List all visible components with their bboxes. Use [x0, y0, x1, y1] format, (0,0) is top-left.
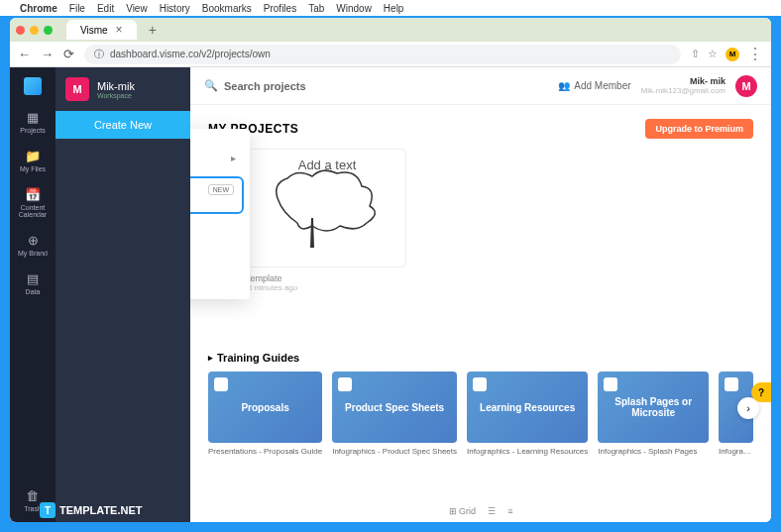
compact-view-button[interactable]: ≡ [507, 506, 512, 516]
user-display-name: Mik- mik [641, 76, 725, 86]
chevron-right-icon: › [746, 402, 750, 414]
minimize-window-icon[interactable] [30, 26, 39, 35]
browser-tabbar: Visme × + [10, 18, 771, 42]
rail-data[interactable]: ▤ Data [25, 270, 41, 295]
trash-icon: 🗑 [25, 487, 41, 503]
sidebar: M Mik-mik Workspace Create New [56, 67, 190, 522]
training-section-title[interactable]: Training Guides [208, 352, 753, 364]
close-window-icon[interactable] [16, 26, 25, 35]
workspace-avatar: M [65, 77, 89, 101]
chevron-right-icon: ▸ [231, 153, 236, 163]
menu-chrome[interactable]: Chrome [20, 3, 57, 14]
project-thumbnail: Add a text [248, 149, 406, 267]
card-label: Infographics [719, 447, 753, 456]
reload-icon[interactable]: ⟳ [63, 47, 74, 61]
menu-edit[interactable]: Edit [97, 3, 114, 14]
nav-rail: ▦ Projects 📁 My Files 📅 Content Calendar… [10, 67, 56, 522]
project-timestamp: 6 minutes ago [248, 283, 406, 292]
share-icon[interactable]: ⇧ [691, 48, 700, 60]
rail-myfiles[interactable]: 📁 My Files [20, 148, 46, 172]
kebab-menu-icon[interactable]: ⋮ [747, 45, 763, 63]
tab-title: Visme [80, 25, 108, 36]
grid-view-button[interactable]: ⊞ Grid [449, 506, 477, 516]
visme-logo-icon[interactable] [24, 77, 42, 95]
menu-history[interactable]: History [160, 3, 190, 14]
user-email: Mik-mik123@gmail.com [641, 86, 725, 95]
upgrade-button[interactable]: Upgrade to Premium [645, 119, 753, 139]
close-tab-icon[interactable]: × [116, 23, 123, 37]
search-placeholder: Search projects [224, 80, 306, 92]
rail-calendar[interactable]: 📅 Content Calendar [10, 186, 56, 218]
search-input[interactable]: 🔍 Search projects [204, 79, 306, 92]
add-member-label: Add Member [574, 80, 630, 91]
rail-mybrand[interactable]: ⊕ My Brand [18, 232, 48, 257]
card-thumbnail: Proposals [208, 372, 322, 443]
new-badge: NEW [208, 184, 234, 195]
help-button[interactable]: ? [751, 382, 771, 402]
forward-icon[interactable]: → [41, 47, 54, 61]
app-body: ▦ Projects 📁 My Files 📅 Content Calendar… [10, 67, 771, 522]
back-icon[interactable]: ← [18, 47, 31, 61]
browser-window: Visme × + ← → ⟳ ⓘ dashboard.visme.co/v2/… [10, 18, 771, 522]
dropdown-import-pptx[interactable]: ⬆ Import PPTX [190, 214, 250, 252]
rail-label: My Files [20, 165, 46, 172]
projects-icon: ▦ [25, 109, 41, 125]
card-label: Infographics - Splash Pages [598, 447, 709, 456]
menu-help[interactable]: Help [384, 3, 404, 14]
dropdown-project[interactable]: ▭ Project ▸ [190, 139, 250, 176]
menu-window[interactable]: Window [336, 3, 372, 14]
dropdown-folder[interactable]: ⊞ Folder [190, 252, 250, 289]
topbar: 🔍 Search projects 👥 Add Member Mik- mik … [190, 67, 771, 105]
training-card[interactable]: Product Spec Sheets Infographics - Produ… [332, 372, 457, 456]
workspace-selector[interactable]: M Mik-mik Workspace [56, 67, 190, 111]
menu-view[interactable]: View [126, 3, 148, 14]
rail-projects[interactable]: ▦ Projects [20, 109, 45, 134]
star-icon[interactable]: ☆ [708, 48, 718, 60]
training-card[interactable]: Learning Resources Infographics - Learni… [467, 372, 588, 456]
mac-menubar: Chrome File Edit View History Bookmarks … [0, 0, 781, 16]
card-thumbnail: Learning Resources [467, 372, 588, 443]
browser-toolbar: ← → ⟳ ⓘ dashboard.visme.co/v2/projects/o… [10, 42, 771, 67]
dropdown-whiteboard[interactable]: ◎ Whiteboard NEW [190, 176, 244, 214]
address-bar[interactable]: ⓘ dashboard.visme.co/v2/projects/own [84, 45, 681, 64]
watermark: T TEMPLATE.NET [40, 502, 143, 518]
new-tab-icon[interactable]: + [143, 22, 163, 38]
maximize-window-icon[interactable] [44, 26, 53, 35]
main-content: 🔍 Search projects 👥 Add Member Mik- mik … [190, 67, 771, 522]
workspace-sub: Workspace [97, 92, 135, 99]
create-dropdown: ▭ Project ▸ ◎ Whiteboard NEW ⬆ Import PP… [190, 129, 250, 299]
training-card[interactable]: Proposals Presentations - Proposals Guid… [208, 372, 322, 456]
create-new-button[interactable]: Create New [56, 111, 190, 139]
menu-file[interactable]: File [69, 3, 85, 14]
view-toggle: ⊞ Grid ☰ ≡ [449, 506, 513, 516]
content-area: MY PROJECTS Upgrade to Premium ▭ Project… [190, 105, 771, 522]
list-view-button[interactable]: ☰ [488, 506, 496, 516]
user-avatar[interactable]: M [735, 75, 757, 97]
card-label: Presentations - Proposals Guide [208, 447, 322, 456]
watermark-text: TEMPLATE.NET [59, 504, 143, 516]
window-controls [16, 26, 53, 35]
add-member-button[interactable]: 👥 Add Member [558, 80, 630, 91]
menu-profiles[interactable]: Profiles [264, 3, 296, 14]
preview-text: Add a text [298, 158, 357, 172]
files-icon: 📁 [25, 148, 41, 163]
training-card[interactable]: Splash Pages or Microsite Infographics -… [598, 372, 709, 456]
rail-label: Content Calendar [10, 204, 56, 218]
card-label: Infographics - Learning Resources [467, 447, 588, 456]
training-cards: Proposals Presentations - Proposals Guid… [208, 372, 753, 456]
project-card[interactable]: Add a text template 6 minutes ago [248, 149, 406, 292]
project-name: template [248, 273, 406, 283]
url-text: dashboard.visme.co/v2/projects/own [110, 49, 271, 59]
card-thumbnail: Splash Pages or Microsite [598, 372, 709, 443]
browser-tab[interactable]: Visme × [66, 20, 137, 40]
card-thumbnail: Product Spec Sheets [332, 372, 457, 443]
workspace-name: Mik-mik [97, 80, 135, 92]
template-logo-icon: T [40, 502, 56, 518]
data-icon: ▤ [25, 270, 41, 286]
rail-label: Data [26, 288, 41, 295]
menu-tab[interactable]: Tab [308, 3, 324, 14]
menu-bookmarks[interactable]: Bookmarks [202, 3, 252, 14]
profile-avatar[interactable]: M [725, 48, 739, 61]
search-icon: 🔍 [204, 79, 218, 92]
site-info-icon[interactable]: ⓘ [94, 48, 104, 61]
